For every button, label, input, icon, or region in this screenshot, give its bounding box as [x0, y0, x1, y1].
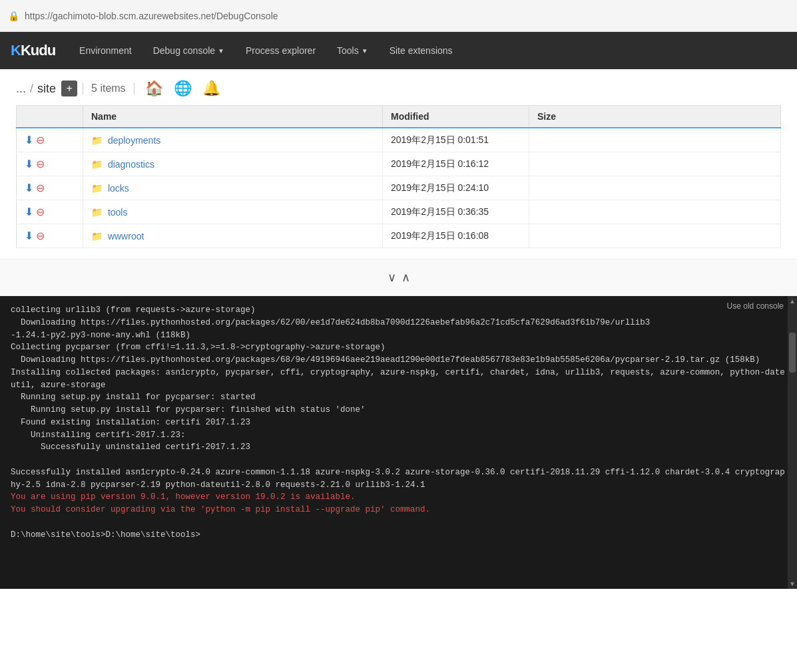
- col-header-modified: Modified: [383, 106, 529, 128]
- scrollbar-thumb[interactable]: [789, 333, 796, 373]
- console-line: Downloading https://files.pythonhosted.o…: [11, 355, 760, 365]
- breadcrumb: ... / site +: [16, 81, 77, 96]
- folder-icon: 📁: [91, 231, 103, 242]
- row-name: 📁 locks: [83, 176, 383, 200]
- folder-link[interactable]: tools: [108, 207, 128, 218]
- console-toggle[interactable]: ∨ ∧: [0, 259, 797, 296]
- toolbar-icons: 🏠 🌐 🔔: [145, 80, 220, 97]
- table-row: ⬇ ⊖ 📁 diagnostics 2019年2月15日 0:16:12: [17, 152, 781, 176]
- console-line: collecting urllib3 (from requests->azure…: [11, 305, 256, 315]
- console-line: D:\home\site\tools>D:\home\site\tools>: [11, 530, 200, 540]
- delete-icon[interactable]: ⊖: [36, 182, 45, 194]
- console-output[interactable]: collecting urllib3 (from requests->azure…: [0, 296, 797, 589]
- item-count: 5 items: [83, 83, 134, 94]
- row-size: [529, 176, 781, 200]
- folder-icon: 📁: [91, 135, 103, 146]
- row-name: 📁 tools: [83, 200, 383, 224]
- download-icon[interactable]: ⬇: [25, 158, 33, 170]
- breadcrumb-separator: /: [30, 82, 33, 96]
- home-icon[interactable]: 🏠: [145, 80, 163, 97]
- download-icon[interactable]: ⬇: [25, 134, 33, 146]
- address-bar: 🔒 https://gachimoto-blob.scm.azurewebsit…: [0, 0, 797, 32]
- url-domain: gachimoto-blob.scm.azurewebsites.net: [53, 11, 214, 21]
- console-container: Use old console collecting urllib3 (from…: [0, 296, 797, 589]
- col-header-name: Name: [83, 106, 383, 128]
- console-scrollbar: ▲ ▼: [788, 296, 797, 589]
- delete-icon[interactable]: ⊖: [36, 206, 45, 218]
- row-modified: 2019年2月15日 0:16:12: [383, 152, 529, 176]
- nav-process-explorer[interactable]: Process explorer: [235, 32, 326, 69]
- breadcrumb-ellipsis[interactable]: ...: [16, 82, 26, 96]
- nav-debug-console[interactable]: Debug console ▼: [142, 32, 235, 69]
- row-actions: ⬇ ⊖: [17, 200, 83, 224]
- row-modified: 2019年2月15日 0:24:10: [383, 176, 529, 200]
- col-header-size: Size: [529, 106, 781, 128]
- add-folder-button[interactable]: +: [61, 81, 77, 96]
- row-modified: 2019年2月15日 0:16:08: [383, 224, 529, 248]
- table-row: ⬇ ⊖ 📁 locks 2019年2月15日 0:24:10: [17, 176, 781, 200]
- breadcrumb-current: site: [37, 82, 56, 96]
- console-wrapper: collecting urllib3 (from requests->azure…: [0, 296, 797, 589]
- url-prefix: https://: [25, 11, 53, 21]
- console-line: You should consider upgrading via the 'p…: [11, 505, 430, 514]
- col-header-actions: [17, 106, 83, 128]
- delete-icon[interactable]: ⊖: [36, 230, 45, 242]
- folder-icon: 📁: [91, 183, 103, 194]
- row-name: 📁 deployments: [83, 128, 383, 152]
- row-actions: ⬇ ⊖: [17, 152, 83, 176]
- console-line: You are using pip version 9.0.1, however…: [11, 492, 356, 502]
- console-line: Installing collected packages: asn1crypt…: [11, 368, 785, 390]
- url-display: https://gachimoto-blob.scm.azurewebsites…: [25, 11, 278, 21]
- download-icon[interactable]: ⬇: [25, 182, 33, 194]
- toggle-up-icon: ∧: [401, 270, 410, 285]
- table-row: ⬇ ⊖ 📁 tools 2019年2月15日 0:36:35: [17, 200, 781, 224]
- row-modified: 2019年2月15日 0:01:51: [383, 128, 529, 152]
- file-table: Name Modified Size ⬇ ⊖ 📁 deployments 201…: [16, 105, 781, 248]
- nav-site-extensions[interactable]: Site extensions: [379, 32, 463, 69]
- row-size: [529, 200, 781, 224]
- scroll-up-arrow[interactable]: ▲: [788, 296, 797, 306]
- folder-link[interactable]: wwwroot: [108, 231, 144, 242]
- globe-icon[interactable]: 🌐: [174, 80, 192, 97]
- main-content: ... / site + 5 items 🏠 🌐 🔔 Name Modified…: [0, 69, 797, 259]
- table-row: ⬇ ⊖ 📁 deployments 2019年2月15日 0:01:51: [17, 128, 781, 152]
- console-line: Downloading https://files.pythonhosted.o…: [11, 318, 650, 340]
- folder-icon: 📁: [91, 159, 103, 170]
- folder-link[interactable]: diagnostics: [108, 159, 154, 170]
- console-line: Collecting pycparser (from cffi!=1.11.3,…: [11, 343, 386, 352]
- console-line: Successfully installed asn1crypto-0.24.0…: [11, 468, 785, 490]
- use-old-console-link[interactable]: Use old console: [727, 301, 784, 311]
- nav-tools[interactable]: Tools ▼: [326, 32, 379, 69]
- toggle-down-icon: ∨: [388, 270, 396, 285]
- delete-icon[interactable]: ⊖: [36, 158, 45, 170]
- console-line: Uninstalling certifi-2017.1.23:: [11, 430, 186, 440]
- row-actions: ⬇ ⊖: [17, 224, 83, 248]
- file-toolbar: ... / site + 5 items 🏠 🌐 🔔: [16, 80, 781, 97]
- table-row: ⬇ ⊖ 📁 wwwroot 2019年2月15日 0:16:08: [17, 224, 781, 248]
- download-icon[interactable]: ⬇: [25, 230, 33, 242]
- url-path: /DebugConsole: [214, 11, 278, 21]
- folder-link[interactable]: deployments: [108, 135, 160, 146]
- row-size: [529, 128, 781, 152]
- download-icon[interactable]: ⬇: [25, 206, 33, 218]
- notifications-icon[interactable]: 🔔: [202, 80, 220, 97]
- debug-console-arrow: ▼: [218, 47, 224, 55]
- row-size: [529, 152, 781, 176]
- folder-link[interactable]: locks: [108, 183, 129, 194]
- console-line: Successfully uninstalled certifi-2017.1.…: [11, 442, 250, 452]
- row-name: 📁 diagnostics: [83, 152, 383, 176]
- tools-arrow: ▼: [362, 47, 368, 55]
- row-name: 📁 wwwroot: [83, 224, 383, 248]
- row-actions: ⬇ ⊖: [17, 176, 83, 200]
- row-size: [529, 224, 781, 248]
- navbar: KKudu Environment Debug console ▼ Proces…: [0, 32, 797, 69]
- scroll-down-arrow[interactable]: ▼: [788, 579, 797, 589]
- folder-icon: 📁: [91, 207, 103, 218]
- lock-icon: 🔒: [8, 11, 19, 21]
- kudu-logo[interactable]: KKudu: [11, 42, 55, 59]
- console-line: Running setup.py install for pycparser: …: [11, 405, 366, 415]
- console-line: Found existing installation: certifi 201…: [11, 418, 250, 427]
- console-line: Running setup.py install for pycparser: …: [11, 393, 256, 402]
- nav-environment[interactable]: Environment: [69, 32, 142, 69]
- delete-icon[interactable]: ⊖: [36, 134, 45, 146]
